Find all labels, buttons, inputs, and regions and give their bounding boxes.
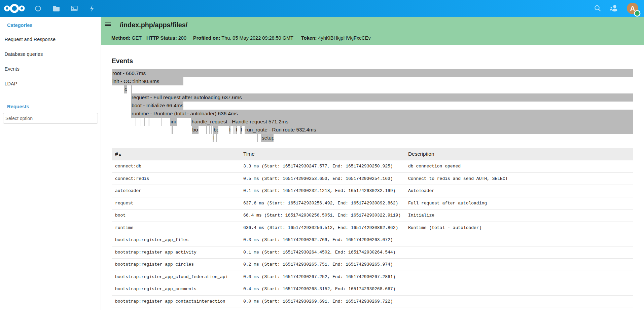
svg-text:A: A	[630, 5, 635, 12]
